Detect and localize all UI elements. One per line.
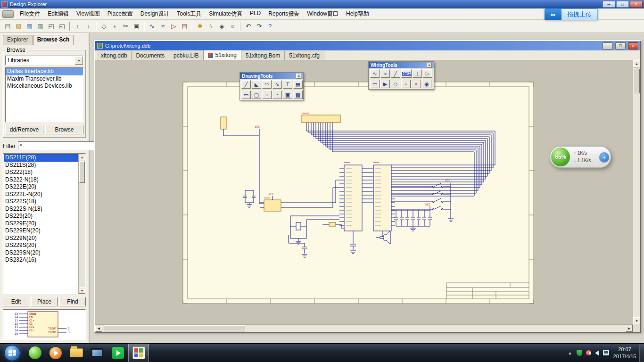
panel-tab-browse-sch[interactable]: Browse Sch (33, 35, 74, 45)
menu-item[interactable]: Tools工具 (173, 8, 205, 19)
show-desktop-button[interactable] (639, 344, 644, 362)
scroll-thumb[interactable] (104, 325, 245, 331)
component-item[interactable]: DS229(20) (4, 213, 78, 220)
bezier-icon[interactable]: ∿ (272, 80, 282, 89)
bus-icon[interactable]: ≈ (380, 69, 390, 78)
libraries-dropdown[interactable]: Libraries ▼ (5, 56, 83, 65)
boost-icon[interactable]: + (599, 152, 609, 162)
zoom-area-icon[interactable]: ◰ (46, 21, 57, 31)
taskbar-app-protel[interactable] (128, 344, 149, 362)
simulate-icon[interactable]: ϟ (206, 21, 216, 31)
grid-icon[interactable]: ▦ (293, 80, 303, 89)
net-label-icon[interactable]: Net1 (401, 69, 412, 78)
menu-item[interactable]: Simulate仿真 (205, 8, 246, 19)
horizontal-scrollbar[interactable]: ◀ ▶ (95, 324, 633, 332)
tray-network-icon[interactable] (603, 350, 609, 355)
scroll-left-icon[interactable]: ◀ (95, 325, 102, 332)
undo-icon[interactable]: ↶ (243, 21, 254, 31)
sheet-symbol-icon[interactable]: ▭ (370, 80, 380, 88)
round-rectangle-icon[interactable]: ▢ (252, 90, 261, 99)
drawing-tools-titlebar[interactable]: DrawingTools × (240, 73, 303, 79)
place-button[interactable]: Place (31, 297, 58, 306)
polygon-icon[interactable]: ◣ (252, 80, 261, 89)
document-tab[interactable]: Documents (132, 51, 169, 60)
scroll-right-icon[interactable]: ▶ (626, 325, 633, 332)
schematic-canvas[interactable]: VCCVCCVCCVCC WiringTools × ∿≈╱Net1⊥▷ ▭▶◇… (95, 60, 640, 332)
junction-icon[interactable]: + (401, 80, 411, 88)
menu-item[interactable]: Help帮助 (342, 8, 373, 19)
panel-tab-explorer[interactable]: Explorer (3, 35, 33, 45)
vertical-scrollbar[interactable]: ▲ ▼ (633, 60, 640, 324)
menu-item[interactable]: Edit编辑 (44, 8, 73, 19)
filter-input[interactable] (18, 141, 95, 150)
scroll-thumb[interactable] (79, 161, 85, 183)
tray-shield-icon[interactable] (577, 350, 582, 356)
wire-icon[interactable]: ∿ (370, 69, 380, 78)
place-part-icon[interactable]: ▷ (168, 21, 179, 31)
component-item[interactable]: DS229EN(20) (4, 227, 78, 235)
component-item[interactable]: DS222(18) (4, 169, 78, 176)
find-button[interactable]: Find (59, 297, 86, 306)
doc-close-button[interactable]: × (628, 42, 638, 49)
speed-ball[interactable]: 65% (551, 148, 570, 166)
doc-minimize-button[interactable]: ─ (603, 42, 613, 49)
menu-item[interactable]: Place放置 (104, 8, 137, 19)
taskbar-app-iqiyi[interactable] (107, 344, 128, 362)
paste-icon[interactable]: ▣ (131, 21, 142, 31)
document-tab[interactable]: 51xitong.cfg (285, 51, 324, 60)
speed-widget[interactable]: 65% ↑ 1K/s ↓ 1.1K/s + (550, 146, 611, 168)
component-item[interactable]: DS232A(16) (4, 256, 78, 264)
pie-icon[interactable]: ◔ (272, 90, 282, 99)
bus-icon[interactable]: ≈ (157, 21, 168, 31)
picture-icon[interactable]: ▣ (283, 90, 292, 99)
browse-button[interactable]: Browse (45, 125, 83, 134)
library-item[interactable]: Miscellaneous Devices.lib (6, 82, 83, 90)
library-item[interactable]: Dallas Interface.lib (6, 68, 83, 75)
zoom-document-icon[interactable]: ◱ (57, 21, 67, 31)
close-button[interactable]: × (630, 1, 643, 8)
tray-hidden-icon[interactable]: ▴ (567, 350, 573, 355)
library-item[interactable]: Maxim Transceiver.lib (6, 75, 83, 83)
paste-array-icon[interactable]: ▩ (293, 90, 303, 99)
taskbar-app-computer[interactable] (87, 344, 107, 362)
rectangle-icon[interactable]: ▭ (241, 90, 251, 99)
menu-item[interactable]: Window窗口 (303, 8, 342, 19)
arc-icon[interactable]: ◠ (262, 80, 272, 89)
component-list-scrollbar[interactable]: ▲ ▼ (78, 154, 85, 294)
menu-item[interactable]: PLD (246, 8, 264, 19)
document-tab[interactable]: 51xitong (203, 50, 241, 60)
scroll-thumb[interactable] (634, 69, 640, 93)
no-erc-icon[interactable]: × (412, 80, 421, 88)
component-item[interactable]: DS222-N(18) (4, 176, 78, 184)
scroll-up-icon[interactable]: ▲ (633, 60, 640, 67)
document-tab[interactable]: xitong.ddb (97, 51, 132, 60)
line-icon[interactable]: ╱ (241, 80, 251, 89)
part-icon[interactable]: ▷ (423, 69, 432, 78)
new-document-icon[interactable]: ▤ (2, 21, 13, 31)
minimize-button[interactable]: ─ (603, 1, 615, 8)
component-item[interactable]: DS222E(20) (4, 183, 78, 191)
help-icon[interactable]: ? (264, 21, 275, 31)
component-item[interactable]: DS229E(20) (4, 220, 78, 228)
hierarchy-up-icon[interactable]: ↑ (72, 21, 83, 31)
component-item[interactable]: DS211E(28) (4, 154, 78, 162)
reports-icon[interactable]: ≡ (227, 21, 238, 31)
taskbar-app-player[interactable] (45, 344, 66, 362)
open-folder-icon[interactable]: ▧ (13, 21, 24, 31)
cut-icon[interactable]: ✂ (120, 21, 131, 31)
document-tab[interactable]: 51xitong.Bom (241, 51, 285, 60)
ellipse-icon[interactable]: ○ (262, 90, 272, 99)
chevron-down-icon[interactable]: ▼ (75, 56, 83, 65)
start-button[interactable] (0, 344, 25, 362)
sheet-entry-icon[interactable]: ▶ (380, 80, 390, 88)
power-port-icon[interactable]: ⊥ (413, 69, 422, 78)
add-remove-button[interactable]: dd/Remove (5, 125, 43, 134)
close-icon[interactable]: × (296, 74, 301, 79)
maximize-button[interactable]: □ (616, 1, 629, 8)
tray-volume-icon[interactable] (595, 350, 599, 356)
component-item[interactable]: DS229N(20) (4, 235, 78, 242)
select-area-icon[interactable]: ◇ (99, 21, 109, 31)
redo-icon[interactable]: ↷ (254, 21, 264, 31)
pld-icon[interactable]: ◈ (216, 21, 227, 31)
save-icon[interactable]: ▦ (24, 21, 35, 31)
